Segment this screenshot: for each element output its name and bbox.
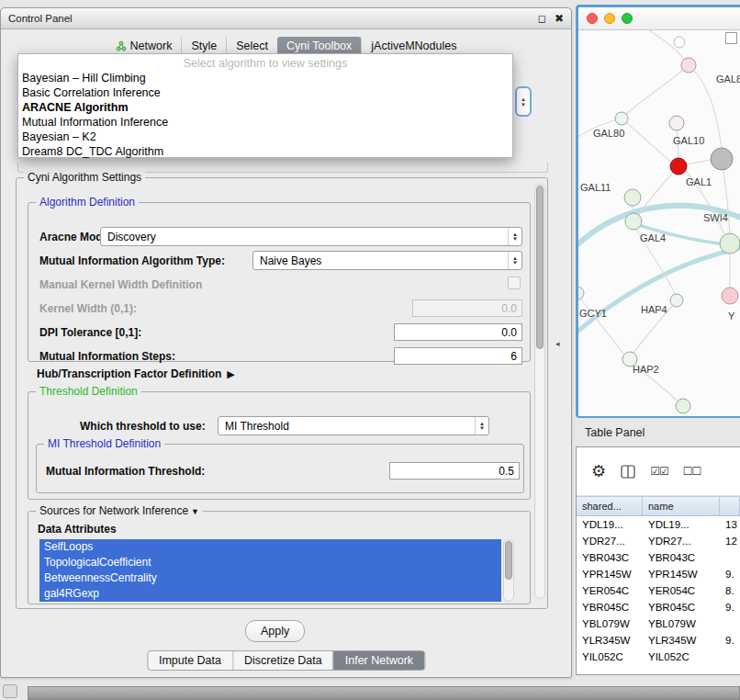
cell: YPR145W [577,569,643,580]
network-node[interactable] [720,233,740,254]
which-threshold-label: Which threshold to use: [80,420,206,433]
tab-impute-data[interactable]: Impute Data [148,651,232,670]
combo-arrows-icon: ▲▼ [508,228,521,245]
tab-cyni-toolbox[interactable]: Cyni Toolbox [277,37,361,55]
cell: YBR045C [577,602,643,613]
network-node[interactable] [615,112,628,125]
table-row[interactable]: YLR345W YLR345W 9. [577,632,740,649]
algorithm-item-aracne[interactable]: ARACNE Algorithm [18,100,512,115]
algorithm-placeholder-item[interactable]: Select algorithm to view settings [18,56,512,71]
zoom-traffic-light[interactable] [622,13,633,24]
tab-network[interactable]: Network [107,37,182,55]
algorithm-item-bayesian-hill[interactable]: Bayesian – Hill Climbing [18,71,512,85]
gear-icon[interactable]: ⚙ [591,461,606,481]
settings-scrollbar[interactable] [534,184,545,599]
hub-tf-definition-toggle[interactable]: Hub/Transcription Factor Definition ▶ [37,367,235,380]
algorithm-dropdown-popup: Select algorithm to view settings Bayesi… [17,53,513,158]
tab-select[interactable]: Select [226,37,277,55]
dpi-tolerance-field[interactable]: 0.0 [394,323,522,341]
network-canvas[interactable]: GAL8 GAL80 GAL10 GAL11 GAL1 SWI4 GAL4 GC… [578,30,740,416]
sources-group: Sources for Network Inference▼ Data Attr… [28,511,531,604]
network-node[interactable] [681,58,696,73]
table-row[interactable]: YPR145W YPR145W 9. [577,566,740,582]
tab-cyni-toolbox-label: Cyni Toolbox [286,40,352,52]
table-panel-window: ⚙ ☑☑ ☐☐ shared... name YDL19... YDL19...… [576,446,740,675]
algorithm-item-dream8[interactable]: Dream8 DC_TDC Algorithm [18,144,512,159]
table-row[interactable]: YIL052C YIL052C [577,649,740,665]
birdseye-toggle[interactable] [725,32,737,44]
columns-icon[interactable] [621,465,635,479]
network-node[interactable] [624,189,641,206]
mi-threshold-label: Mutual Information Threshold: [46,465,205,478]
which-threshold-combo[interactable]: MI Threshold ▲▼ [218,416,489,435]
algorithm-item-basic-correlation[interactable]: Basic Correlation Inference [18,85,512,100]
network-node[interactable] [676,399,690,413]
algorithm-item-mutual-information[interactable]: Mutual Information Inference [18,115,512,130]
control-panel-titlebar: Control Panel ◻ ✖ [1,8,571,29]
table-row[interactable]: YDL19... YDL19... 13 [577,516,740,533]
tab-style[interactable]: Style [181,37,226,55]
attribute-item-gal4rgexp[interactable]: gal4RGexp [39,586,501,602]
column-header-shared-name[interactable]: shared... [577,497,643,515]
settings-scrollbar-thumb[interactable] [536,186,544,349]
cell: YLR345W [577,635,643,646]
network-node[interactable] [674,37,685,48]
tab-discretize-data[interactable]: Discretize Data [232,651,333,670]
mi-steps-field[interactable]: 6 [394,347,522,365]
float-window-icon[interactable]: ◻ [538,13,546,25]
control-panel-window: Control Panel ◻ ✖ Network [0,7,572,678]
table-toolbar: ⚙ ☑☑ ☐☐ [577,447,740,496]
network-node-gal10[interactable] [670,158,687,175]
aracne-mode-combo[interactable]: Discovery ▲▼ [100,227,522,246]
select-checked-icon[interactable]: ☑☑ [650,465,668,478]
sources-legend[interactable]: Sources for Network Inference▼ [36,504,203,517]
bottom-status-bar [28,686,740,700]
network-node[interactable] [711,148,733,170]
tab-select-label: Select [236,40,268,52]
attribute-item-topological[interactable]: TopologicalCoefficient [39,555,501,570]
cell: YPR145W [643,569,720,580]
network-node[interactable] [722,288,738,304]
collapsed-panel-icon[interactable] [3,684,17,698]
network-node[interactable] [669,116,684,130]
combo-arrows-icon: ▲▼ [508,252,521,269]
threshold-definition-group: Threshold Definition Which threshold to … [28,391,531,500]
select-unchecked-icon[interactable]: ☐☐ [683,465,701,478]
table-row[interactable]: YDR27... YDR27... 12 [577,533,740,549]
mi-threshold-field[interactable]: 0.5 [389,462,520,480]
column-header-name[interactable]: name [643,497,720,515]
network-window-titlebar [578,7,740,30]
cell: YER054C [643,585,720,596]
algorithm-definition-group: Algorithm Definition Aracne Mode: Discov… [28,202,531,362]
column-header-clipped[interactable] [720,497,740,515]
table-row[interactable]: YBR045C YBR045C 9. [577,599,740,615]
algorithm-combo-stepper[interactable]: ▲▼ [515,86,532,117]
attribute-item-betweenness[interactable]: BetweennessCentrality [39,570,501,586]
tab-jactivemnodules[interactable]: jActiveMNodules [361,37,465,55]
panel-splitter-arrow[interactable]: ◂ [555,339,560,348]
table-row[interactable]: YER054C YER054C 8. [577,582,740,599]
mi-type-combo[interactable]: Naive Bayes ▲▼ [252,251,522,270]
tab-infer-network[interactable]: Infer Network [333,651,424,670]
expanded-arrow-icon: ▼ [191,507,199,516]
algorithm-item-bayesian-k2[interactable]: Bayesian – K2 [18,130,512,144]
attributes-scrollbar-thumb[interactable] [505,541,512,580]
attribute-item-selfloops[interactable]: SelfLoops [39,539,501,555]
cell: 9. [720,602,740,613]
attributes-scrollbar[interactable] [503,539,514,602]
table-row[interactable]: YBR043C YBR043C [577,549,740,566]
minimize-traffic-light[interactable] [604,13,615,24]
collapsed-arrow-icon: ▶ [227,368,234,380]
network-node[interactable] [670,294,683,307]
close-traffic-light[interactable] [587,13,598,24]
cell: YBR043C [643,552,720,563]
hub-tf-definition-label: Hub/Transcription Factor Definition [37,367,221,380]
node-label: GCY1 [579,308,607,319]
table-row[interactable]: YBL079W YBL079W [577,615,740,632]
close-window-icon[interactable]: ✖ [555,12,564,25]
table-header-row: shared... name [577,496,740,516]
network-node[interactable] [625,213,642,230]
apply-button[interactable]: Apply [245,620,305,642]
network-node[interactable] [578,287,584,299]
cell: YBL079W [643,618,720,629]
